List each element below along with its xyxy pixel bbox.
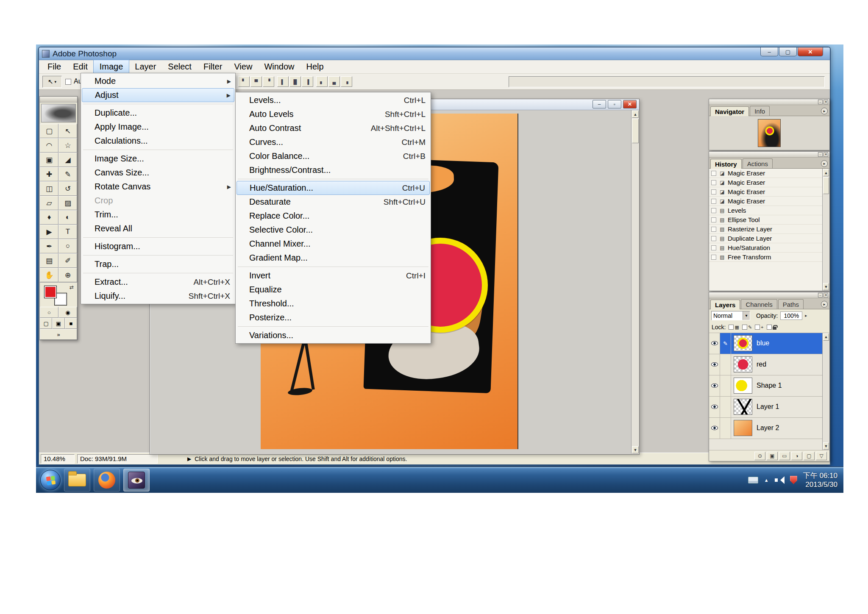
menu-window[interactable]: Window <box>258 60 300 73</box>
history-item[interactable]: ◪Magic Eraser <box>709 178 822 187</box>
layer-thumbnail[interactable] <box>734 399 752 415</box>
menu-view[interactable]: View <box>228 60 258 73</box>
menu-item-image-size[interactable]: Image Size... <box>82 152 234 166</box>
tool-blur[interactable]: ♦ <box>40 210 58 225</box>
lock-position[interactable]: + <box>755 325 763 330</box>
layer-visibility-toggle[interactable] <box>709 418 720 439</box>
menu-item-rotate-canvas[interactable]: Rotate Canvas▶ <box>82 180 234 194</box>
menu-item-auto-contrast[interactable]: Auto ContrastAlt+Shft+Ctrl+L <box>236 121 430 135</box>
history-source-checkbox[interactable] <box>711 245 716 250</box>
tab-paths[interactable]: Paths <box>778 299 804 309</box>
tool-zoom[interactable]: ⊕ <box>58 268 77 282</box>
scroll-down-button[interactable]: ▼ <box>823 283 829 290</box>
window-titlebar[interactable]: Adobe Photoshop ‒ ▢ ✕ <box>39 47 830 60</box>
history-item[interactable]: ▤Rasterize Layer <box>709 225 822 234</box>
align-right-button[interactable]: ▐ <box>302 76 313 87</box>
menu-item-curves[interactable]: Curves...Ctrl+M <box>236 135 430 149</box>
menu-help[interactable]: Help <box>300 60 330 73</box>
layer-effects-button[interactable]: ⊙ <box>754 452 765 460</box>
history-item[interactable]: ◪Magic Eraser <box>709 197 822 206</box>
history-source-checkbox[interactable] <box>711 171 716 176</box>
history-item[interactable]: ▤Duplicate Layer <box>709 234 822 243</box>
scroll-up-button[interactable]: ▲ <box>823 169 829 176</box>
history-item[interactable]: ▤Levels <box>709 206 822 215</box>
lock-checkbox[interactable] <box>755 325 760 330</box>
doc-minimize-button[interactable]: ‒ <box>593 100 606 108</box>
menu-layer[interactable]: Layer <box>129 60 162 73</box>
layer-thumbnail[interactable] <box>734 356 752 372</box>
tool-type[interactable]: T <box>58 225 77 239</box>
lock-all[interactable] <box>767 325 776 330</box>
tool-lasso[interactable]: ◠ <box>40 138 58 153</box>
menu-item-threshold[interactable]: Threshold... <box>236 297 430 311</box>
align-top-button[interactable]: ▘ <box>238 76 250 87</box>
tool-preset-picker[interactable]: ↖ ▾ <box>42 76 62 88</box>
history-item[interactable]: ◪Magic Eraser <box>709 187 822 197</box>
lock-checkbox[interactable] <box>767 325 772 330</box>
history-source-checkbox[interactable] <box>711 217 716 222</box>
tab-actions[interactable]: Actions <box>743 158 773 168</box>
layer-edit-cell[interactable]: ✎ <box>720 333 731 354</box>
tool-magic-wand[interactable]: ☆ <box>58 138 77 153</box>
tool-notes[interactable]: ▤ <box>40 253 58 268</box>
navigator-thumbnail[interactable] <box>758 119 781 147</box>
palette-minimize-icon[interactable]: ‒ <box>818 293 823 297</box>
layer-row-layer2[interactable]: Layer 2 <box>709 418 822 439</box>
tool-rect-marquee[interactable]: ▢ <box>40 124 58 138</box>
distribute-vcenter-button[interactable]: ▄ <box>328 76 340 87</box>
history-source-checkbox[interactable] <box>711 227 716 232</box>
opacity-field[interactable]: 100% <box>780 311 802 320</box>
layer-row-shape1[interactable]: Shape 1 <box>709 375 822 397</box>
layer-thumbnail[interactable] <box>734 378 752 394</box>
menu-item-channel-mixer[interactable]: Channel Mixer... <box>236 237 430 251</box>
lock-checkbox[interactable] <box>729 325 734 330</box>
tool-brush[interactable]: ✎ <box>58 167 77 181</box>
menu-image[interactable]: Image <box>94 60 129 73</box>
layer-row-red[interactable]: red <box>709 354 822 375</box>
menu-item-replace-color[interactable]: Replace Color... <box>236 209 430 223</box>
standard-screen-button[interactable]: ▢ <box>40 318 52 329</box>
scrollbar-thumb[interactable] <box>632 119 639 143</box>
menu-item-mode[interactable]: Mode▶ <box>82 74 234 88</box>
palette-menu-icon[interactable]: ▸ <box>821 160 828 167</box>
close-button[interactable]: ✕ <box>798 47 823 56</box>
distribute-bottom-button[interactable]: ▗ <box>341 76 352 87</box>
align-hcenter-button[interactable]: █ <box>289 76 301 87</box>
layer-visibility-toggle[interactable] <box>709 333 720 354</box>
history-item[interactable]: ▤Hue/Saturation <box>709 243 822 253</box>
tool-hand[interactable]: ✋ <box>40 268 58 282</box>
zoom-level-field[interactable]: 10.48% <box>41 454 75 464</box>
menu-file[interactable]: File <box>42 60 67 73</box>
new-layer-button[interactable]: ▢ <box>804 452 815 460</box>
menu-item-canvas-size[interactable]: Canvas Size... <box>82 166 234 180</box>
history-item[interactable]: ◪Magic Eraser <box>709 169 822 178</box>
layer-set-button[interactable]: ▭ <box>779 452 790 460</box>
scroll-down-button[interactable]: ▼ <box>823 442 829 450</box>
toolbox-drag-handle[interactable] <box>40 97 77 103</box>
layer-thumbnail[interactable] <box>734 420 752 436</box>
palette-close-icon[interactable]: ✕ <box>823 293 828 297</box>
menu-item-variations[interactable]: Variations... <box>236 328 430 342</box>
history-scrollbar[interactable]: ▲ ▼ <box>822 169 829 291</box>
menu-item-gradient-map[interactable]: Gradient Map... <box>236 251 430 265</box>
menu-item-reveal-all[interactable]: Reveal All <box>82 222 234 236</box>
menu-item-levels[interactable]: Levels...Ctrl+L <box>236 93 430 107</box>
menu-item-duplicate[interactable]: Duplicate... <box>82 106 234 120</box>
menu-item-adjust[interactable]: Adjust▶ <box>82 88 234 102</box>
swap-colors-icon[interactable]: ⇄ <box>70 284 74 290</box>
scrollbar-thumb[interactable] <box>823 177 829 194</box>
tool-move[interactable]: ↖ <box>58 124 77 138</box>
align-left-button[interactable]: ▌ <box>277 76 289 87</box>
tool-gradient[interactable]: ▨ <box>58 196 77 210</box>
menu-filter[interactable]: Filter <box>198 60 228 73</box>
palette-close-icon[interactable]: ✕ <box>823 100 828 104</box>
adjustment-layer-button[interactable]: ◑ <box>791 452 802 460</box>
palette-minimize-icon[interactable]: ‒ <box>818 100 823 104</box>
history-source-checkbox[interactable] <box>711 180 716 185</box>
palette-close-icon[interactable]: ✕ <box>823 152 828 157</box>
history-source-checkbox[interactable] <box>711 208 716 213</box>
layer-edit-cell[interactable] <box>720 375 731 396</box>
tab-channels[interactable]: Channels <box>741 299 777 309</box>
menu-item-brightness-contrast[interactable]: Brightness/Contrast... <box>236 163 430 177</box>
menu-select[interactable]: Select <box>162 60 198 73</box>
